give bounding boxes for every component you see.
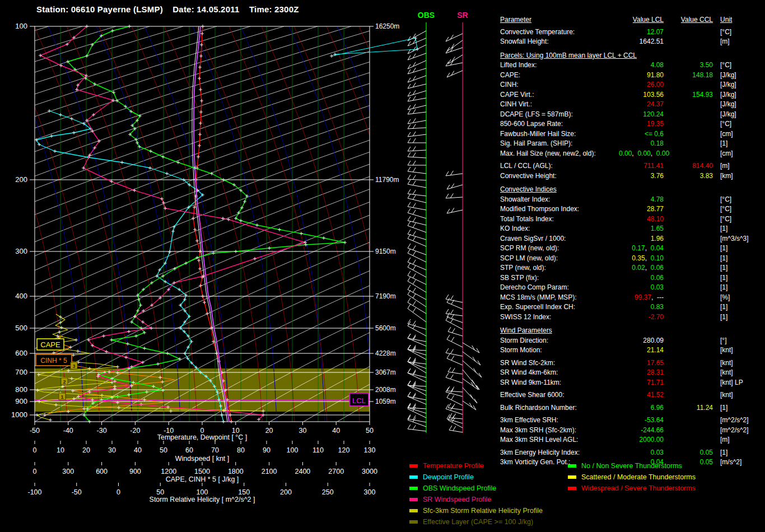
pressure-tick-label: 400 — [15, 292, 27, 300]
param-value-lcl: 99.37, --- — [619, 293, 664, 303]
axis-title: Temperature, Dewpoint [ °C ] — [157, 433, 248, 441]
axis-tick-label: 20 — [82, 446, 90, 454]
param-unit: [°C] — [713, 27, 763, 38]
altitude-label: 16250m — [375, 22, 399, 30]
param-value-ccl — [664, 368, 713, 378]
axis-tick-label: 0 — [116, 488, 120, 496]
profile-legend-item: Temperature Profile — [409, 460, 543, 472]
profile-legend-item: Dewpoint Profile — [409, 472, 543, 483]
param-unit: [1] — [713, 403, 763, 413]
altitude-label: 11790m — [375, 176, 399, 184]
param-unit: [J/kg] — [713, 90, 763, 100]
param-value-lcl: 71.71 — [619, 378, 664, 388]
param-unit: [°C] — [713, 119, 763, 129]
table-row: Storm Motion:21.14[knt] — [500, 346, 763, 356]
axis-tick-label: 20 — [265, 427, 273, 435]
param-label: SCP LM (new, old): — [500, 254, 619, 264]
param-unit: [knt] — [713, 368, 763, 378]
moist-adiabats — [0, 26, 566, 422]
svg-text:1: 1 — [60, 394, 63, 400]
param-unit: [J/kg] — [713, 110, 763, 120]
table-row: CAPE Virt.:103.56154.93[J/kg] — [500, 90, 763, 100]
param-value-ccl — [664, 129, 713, 139]
param-value-lcl: 0.83 — [619, 302, 664, 312]
table-row: Convective Temperature:12.07[°C] — [500, 27, 763, 38]
param-value-ccl — [664, 224, 713, 234]
table-row: Sig. Hail Param. (SHIP):0.18[1] — [500, 139, 763, 149]
axis-tick-label: 130 — [364, 446, 376, 454]
param-label: SWISS 12 Index: — [500, 312, 619, 323]
svg-text:3: 3 — [72, 363, 75, 369]
param-label: Max 3km SRH (Sfc-2km): — [500, 426, 619, 436]
param-value-ccl — [664, 139, 713, 149]
axis-tick-label: 100 — [197, 488, 208, 496]
table-row: Bulk Richardson Number:6.9611.24[1] — [500, 403, 763, 413]
axis-tick-label: -20 — [130, 427, 140, 435]
param-unit: [%] — [713, 293, 763, 303]
axis-tick-label: 0 — [33, 446, 37, 454]
plot-frame — [35, 26, 370, 422]
param-label: Exp. Supercell Index CH: — [500, 302, 619, 312]
axis-tick-label: -100 — [27, 488, 41, 496]
legend-swatch-icon — [409, 520, 418, 524]
param-label: Snowfall Height: — [500, 37, 619, 47]
param-unit: [knt] — [713, 346, 763, 356]
param-unit: [1] — [713, 273, 763, 283]
param-value-lcl: 91.80 — [619, 71, 664, 81]
pressure-tick-label: 700 — [15, 368, 27, 376]
table-row: Storm Direction:280.09[°] — [500, 336, 763, 346]
param-value-ccl — [664, 390, 713, 400]
col-unit: Unit — [713, 15, 763, 25]
dewpoint-upper-spike — [330, 36, 419, 58]
table-row: Max 3km SRH (Sfc-2km):-244.66[m^2/s^2] — [500, 426, 763, 436]
param-value-ccl — [664, 312, 713, 323]
table-row: Derecho Comp Param:0.03[1] — [500, 283, 763, 293]
altitude-label: 1059m — [375, 398, 396, 405]
axis-tick-label: 80 — [237, 446, 245, 454]
param-label: Derecho Comp Param: — [500, 283, 619, 293]
param-unit: [m^2/s^2] — [713, 416, 763, 426]
param-unit: [m^3/s^3] — [713, 234, 763, 244]
param-unit: [cm] — [713, 149, 763, 159]
sr-wind-barbs-header: SR — [457, 11, 468, 20]
axis-title: CAPE, CINH * 5 [ J/kg ] — [166, 475, 239, 483]
legend-label: Sfc-3km Storm Relative Helicity Profile — [423, 507, 543, 515]
table-row: SCP LM (new, old):0.35, 0.10[1] — [500, 254, 763, 264]
param-label: Max. Hail Size (new, new2, old): — [500, 149, 619, 159]
axis-tick-label: 30 — [298, 427, 306, 435]
param-label: Total Totals Index: — [500, 214, 619, 225]
param-value-ccl: 11.24 — [664, 403, 713, 413]
param-label: 850-600 Lapse Rate: — [500, 119, 619, 129]
axis-tick-label: -50 — [30, 427, 40, 435]
svg-text:LCL: LCL — [352, 396, 366, 405]
axis-tick-label: -30 — [97, 427, 107, 435]
param-value-lcl: 19.35 — [619, 119, 664, 129]
param-value-ccl: 154.93 — [664, 90, 713, 100]
axis-tick-label: 100 — [287, 446, 298, 454]
param-value-lcl: 4.08 — [619, 60, 664, 71]
axis-tick-label: 0 — [33, 468, 37, 475]
param-unit: [°C] — [713, 214, 763, 225]
param-unit: [m] — [713, 37, 763, 47]
param-value-ccl — [664, 195, 713, 205]
section-header: Convective Indices — [500, 185, 763, 195]
axis-tick-label: 200 — [280, 488, 292, 496]
svg-text:CAPE: CAPE — [40, 340, 60, 349]
param-label: Storm Direction: — [500, 336, 619, 346]
param-value-lcl: 120.24 — [619, 110, 664, 120]
table-row: Max. Hail Size (new, new2, old):0.00, 0.… — [500, 149, 763, 159]
param-value-ccl — [664, 244, 713, 254]
legend-label: Widespread / Severe Thunderstorms — [581, 484, 696, 492]
legend-label: SR Windspeed Profile — [423, 496, 491, 503]
table-row: STP (new, old):0.02, 0.06[1] — [500, 263, 763, 273]
param-value-lcl: 0.00, 0.00, 0.00 — [619, 149, 664, 159]
param-unit: [1] — [713, 448, 763, 458]
table-row: SB STP (fix):0.06[1] — [500, 273, 763, 283]
param-label: STP (new, old): — [500, 263, 619, 273]
axis-tick-label: 300 — [364, 488, 376, 496]
legend-swatch-icon — [409, 464, 418, 468]
param-unit: [J/kg] — [713, 100, 763, 110]
pressure-tick-label: 900 — [15, 397, 27, 405]
axis-srh: -100-50050100150200250300Storm Relative … — [27, 483, 375, 503]
altitude-label: 4228m — [375, 349, 396, 357]
